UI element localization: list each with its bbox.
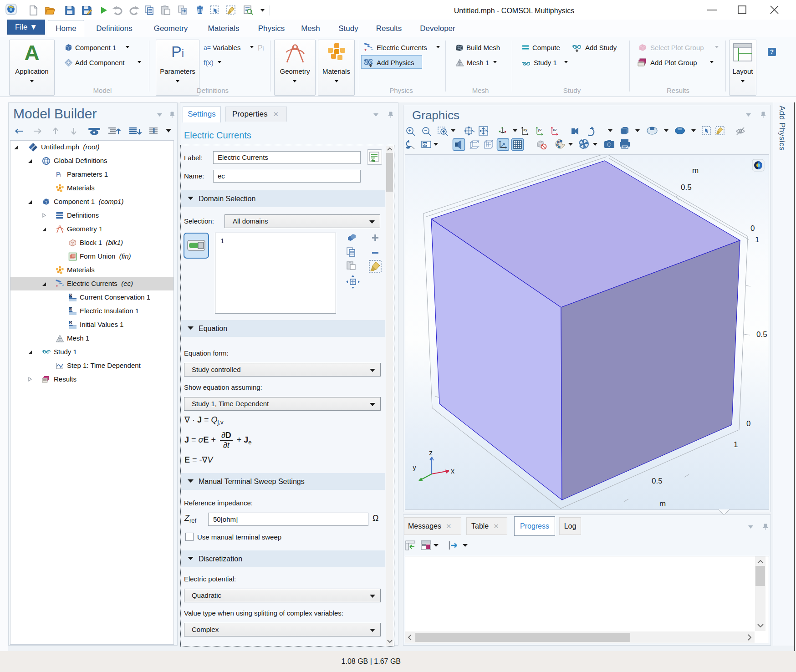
svg-text:0.5: 0.5 (652, 477, 663, 485)
svg-text:D: D (69, 321, 71, 324)
svg-text:i: i (60, 172, 61, 178)
svg-text:m: m (692, 166, 699, 175)
svg-text:0.5: 0.5 (756, 330, 767, 339)
svg-text:P: P (56, 171, 60, 178)
svg-text:xy: xy (523, 127, 528, 132)
svg-text:m: m (659, 499, 666, 508)
svg-text:0: 0 (750, 224, 755, 233)
svg-text:1: 1 (755, 235, 759, 244)
svg-text:0: 0 (746, 419, 750, 428)
svg-text:D: D (69, 307, 71, 311)
svg-text:z: z (429, 449, 433, 457)
svg-text:x: x (451, 467, 454, 475)
svg-text:1: 1 (734, 440, 738, 449)
svg-text:yz: yz (538, 127, 542, 132)
svg-text:xz: xz (553, 127, 557, 132)
svg-text:y: y (413, 463, 416, 471)
svg-text:0.5: 0.5 (681, 183, 692, 192)
svg-text:D: D (69, 294, 71, 297)
